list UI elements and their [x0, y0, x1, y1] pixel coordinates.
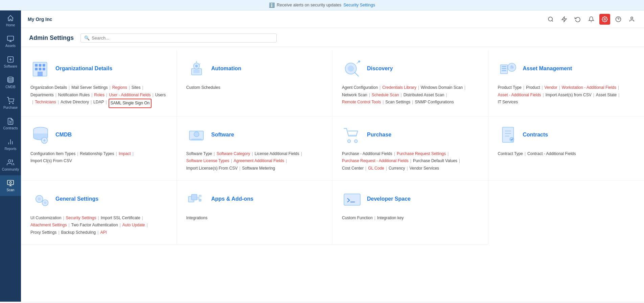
link-departments[interactable]: Departments [30, 92, 54, 99]
sidebar-item-software[interactable]: Software [0, 52, 21, 72]
notifications-button[interactable] [586, 14, 597, 25]
sidebar-item-scan[interactable]: Scan [0, 175, 21, 196]
svg-point-4 [13, 103, 13, 104]
link-snmp-configurations[interactable]: SNMP Configurations [415, 99, 454, 106]
section-automation-title[interactable]: Automation [211, 66, 242, 72]
link-cost-center[interactable]: Cost Center [342, 165, 364, 172]
link-api[interactable]: API [100, 229, 107, 236]
link-distributed-asset-scan[interactable]: Distributed Asset Scan [404, 92, 444, 99]
link-ldap[interactable]: LDAP [93, 99, 104, 108]
link-roles[interactable]: Roles [94, 92, 105, 99]
sidebar-item-home[interactable]: Home [0, 10, 21, 31]
link-technicians[interactable]: Technicians [35, 99, 56, 108]
help-button[interactable] [613, 14, 624, 25]
link-workstation-additional-fields[interactable]: Workstation - Additional Fields [562, 84, 616, 92]
section-org-details-title[interactable]: Organizational Details [55, 66, 112, 72]
sidebar-item-community[interactable]: Community [0, 155, 21, 175]
section-cmdb-header: CMDB [30, 125, 167, 145]
section-contracts-title[interactable]: Contracts [523, 132, 548, 138]
link-relationship-types[interactable]: Relationship Types [80, 150, 114, 158]
link-currency[interactable]: Currency [389, 165, 405, 172]
link-remote-control-tools[interactable]: Remote Control Tools [342, 99, 381, 106]
sidebar-item-reports[interactable]: Reports [0, 134, 21, 155]
content-body: Admin Settings 🔍 [21, 28, 644, 302]
link-license-additional-fields[interactable]: License Additional Fields [255, 150, 299, 158]
section-asset-management-title[interactable]: Asset Management [523, 66, 572, 72]
link-credentials-library[interactable]: Credentials Library [382, 84, 416, 92]
section-cmdb-title[interactable]: CMDB [55, 132, 72, 138]
search-button[interactable] [545, 14, 556, 25]
svg-rect-25 [39, 68, 42, 71]
section-software-header: Software [186, 125, 323, 145]
security-settings-link[interactable]: Security Settings [343, 3, 375, 7]
link-contract-type[interactable]: Contract Type [498, 150, 523, 158]
search-input[interactable] [92, 35, 273, 41]
link-proxy-settings[interactable]: Proxy Settings [30, 229, 56, 236]
section-automation: Automation Custom Schedules [177, 50, 333, 117]
link-it-services[interactable]: IT Services [498, 99, 518, 106]
sidebar-item-contracts[interactable]: Contracts [0, 113, 21, 134]
link-ui-customization[interactable]: UI Customization [30, 214, 61, 222]
link-saml[interactable]: SAML Single Sign On [109, 99, 152, 108]
link-integrations[interactable]: Integrations [186, 214, 208, 222]
search-box[interactable]: 🔍 [80, 33, 277, 43]
link-attachment-settings[interactable]: Attachment Settings [30, 222, 67, 229]
section-discovery-title[interactable]: Discovery [367, 66, 393, 72]
link-agent-config[interactable]: Agent Configuration [342, 84, 378, 92]
sidebar-item-assets[interactable]: Assets [0, 31, 21, 52]
section-apps-addons-title[interactable]: Apps & Add-ons [211, 196, 254, 202]
link-config-item-types[interactable]: Configuration Item Types [30, 150, 75, 158]
link-windows-domain-scan[interactable]: Windows Domain Scan [421, 84, 463, 92]
link-asset-state[interactable]: Asset State [596, 92, 617, 99]
sidebar-item-purchase[interactable]: Purchase [0, 93, 21, 113]
link-contract-additional-fields[interactable]: Contract - Additional Fields [527, 150, 576, 158]
section-software-title[interactable]: Software [211, 132, 234, 138]
user-button[interactable] [626, 14, 637, 25]
link-import-licenses-csv[interactable]: Import License(s) From CSV [186, 165, 238, 172]
link-import-assets-csv[interactable]: Import Asset(s) from CSV [546, 92, 592, 99]
link-software-type[interactable]: Software Type [186, 150, 212, 158]
link-user-additional-fields[interactable]: User - Additional Fields [109, 92, 151, 99]
link-active-directory[interactable]: Active Directory [61, 99, 89, 108]
link-purchase-request-settings[interactable]: Purchase Request Settings [397, 150, 446, 158]
lightning-button[interactable] [559, 14, 570, 25]
link-asset-additional-fields[interactable]: Asset - Additional Fields [498, 92, 541, 99]
link-sites[interactable]: Sites [132, 84, 141, 92]
link-purchase-default-values[interactable]: Purchase Default Values [413, 157, 457, 165]
link-agreement-additional-fields[interactable]: Agreement Additional Fields [234, 157, 284, 165]
link-vendor[interactable]: Vendor [545, 84, 557, 92]
link-import-cis-csv[interactable]: Import CI(s) From CSV [30, 157, 72, 165]
history-button[interactable] [572, 14, 583, 25]
link-purchase-additional-fields[interactable]: Purchase - Additional Fields [342, 150, 392, 158]
section-purchase-title[interactable]: Purchase [367, 132, 391, 138]
link-import-ssl-certificate[interactable]: Import SSL Certificate [101, 214, 140, 222]
link-auto-update[interactable]: Auto Update [122, 222, 145, 229]
link-network-scan[interactable]: Network Scan [342, 92, 367, 99]
link-software-category[interactable]: Software Category [216, 150, 250, 158]
link-vendor-services[interactable]: Vendor Services [410, 165, 439, 172]
link-security-settings[interactable]: Security Settings [66, 214, 96, 222]
link-two-factor-auth[interactable]: Two Factor Authentication [71, 222, 118, 229]
link-software-metering[interactable]: Software Metering [242, 165, 275, 172]
settings-button[interactable] [599, 14, 610, 25]
link-schedule-scan[interactable]: Schedule Scan [372, 92, 399, 99]
link-notification-rules[interactable]: Notification Rules [58, 92, 90, 99]
link-impact[interactable]: Impact [119, 150, 131, 158]
link-custom-schedules[interactable]: Custom Schedules [186, 84, 221, 92]
section-developer-space-title[interactable]: Developer Space [367, 196, 411, 202]
section-general-settings-title[interactable]: General Settings [55, 196, 98, 202]
link-product-type[interactable]: Product Type [498, 84, 522, 92]
link-org-details[interactable]: Organization Details [30, 84, 67, 92]
link-gl-code[interactable]: GL Code [368, 165, 384, 172]
link-custom-function[interactable]: Custom Function [342, 214, 373, 222]
link-users[interactable]: Users [155, 92, 166, 99]
link-purchase-request-additional-fields[interactable]: Purchase Request - Additional Fields [342, 157, 409, 165]
link-backup-scheduling[interactable]: Backup Scheduling [61, 229, 96, 236]
link-scan-settings[interactable]: Scan Settings [385, 99, 410, 106]
link-regions[interactable]: Regions [112, 84, 127, 92]
sidebar-item-cmdb[interactable]: CMDB [0, 72, 21, 93]
link-integration-key[interactable]: Integration key [377, 214, 404, 222]
link-product[interactable]: Product [526, 84, 540, 92]
link-mail-server[interactable]: Mail Server Settings [71, 84, 108, 92]
link-software-license-types[interactable]: Software License Types [186, 157, 229, 165]
